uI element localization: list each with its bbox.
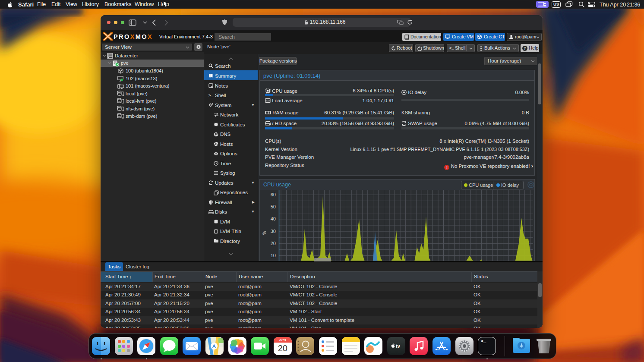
svg-text:10: 10 — [271, 253, 276, 258]
svg-text:40: 40 — [271, 216, 276, 221]
svg-text:tv: tv — [396, 343, 401, 349]
svg-text:50: 50 — [271, 204, 276, 209]
svg-text:60: 60 — [271, 192, 276, 197]
svg-text:%: % — [262, 231, 267, 235]
svg-text:30: 30 — [271, 229, 276, 234]
svg-text:20: 20 — [271, 241, 276, 246]
